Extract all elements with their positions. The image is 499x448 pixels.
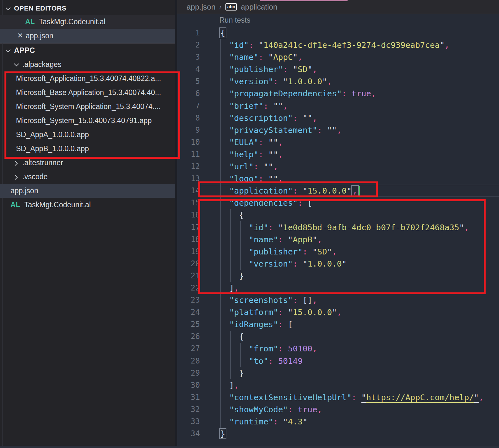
item-label: Microsoft_System Application_15.3.40074.… bbox=[16, 102, 161, 111]
code-token: " bbox=[283, 77, 288, 86]
editor-pane[interactable]: app.json › abc application Run tests 1{2… bbox=[177, 0, 499, 446]
code-line-8[interactable]: 8 "description": "", bbox=[177, 112, 499, 124]
code-line-6[interactable]: 6 "propagateDependencies": true, bbox=[177, 87, 499, 99]
code-line-16[interactable]: 16 { bbox=[177, 209, 499, 221]
code-token: "to" bbox=[219, 356, 268, 366]
breadcrumb-symbol[interactable]: application bbox=[241, 3, 277, 11]
code-line-33[interactable]: 33 "runtime": "4.3" bbox=[177, 415, 499, 428]
code-line-28[interactable]: 28 "to": 50149 bbox=[177, 355, 499, 367]
line-number: 5 bbox=[177, 75, 200, 87]
code-line-2[interactable]: 2 "id": "140a241c-df1e-4ef3-9274-dc939ea… bbox=[177, 39, 499, 51]
code-line-18[interactable]: 18 "name": "AppB", bbox=[177, 233, 499, 246]
line-number: 7 bbox=[177, 100, 200, 112]
code-token: : bbox=[283, 64, 293, 74]
code-line-19[interactable]: 19 "publisher": "SD", bbox=[177, 246, 499, 258]
code-line-24[interactable]: 24 "platform": "15.0.0.0", bbox=[177, 306, 499, 318]
code-line-21[interactable]: 21 } bbox=[177, 270, 499, 282]
code-line-31[interactable]: 31 "contextSensitiveHelpUrl": "https://A… bbox=[177, 391, 499, 403]
code-line-1[interactable]: 1{ bbox=[177, 27, 499, 39]
tree-item-vscode[interactable]: .vscode bbox=[0, 170, 175, 184]
code-line-13[interactable]: 13 "logo": "", bbox=[177, 173, 499, 185]
line-content: ], bbox=[200, 379, 239, 391]
code-token: : bbox=[253, 162, 263, 171]
code-line-30[interactable]: 30 ], bbox=[177, 379, 499, 391]
code-line-12[interactable]: 12 "url": "", bbox=[177, 160, 499, 173]
tree-item-microsoft-application-15-3-40074-40822-a[interactable]: Microsoft_Application_15.3.40074.40822.a… bbox=[0, 71, 175, 85]
code-line-27[interactable]: 27 "from": 50100, bbox=[177, 342, 499, 355]
code-token: " bbox=[312, 235, 317, 244]
code-line-23[interactable]: 23 "screenshots": [], bbox=[177, 294, 499, 306]
code-line-25[interactable]: 25 "idRanges": [ bbox=[177, 318, 499, 330]
code-token: "runtime" bbox=[219, 417, 273, 426]
project-root-header[interactable]: APPC bbox=[0, 43, 175, 57]
chevron-down-icon bbox=[14, 61, 19, 66]
code-line-22[interactable]: 22 ], bbox=[177, 282, 499, 294]
tree-item-alpackages[interactable]: .alpackages bbox=[0, 57, 175, 71]
code-line-15[interactable]: 15 "dependencies": [ bbox=[177, 197, 499, 209]
open-editors-header[interactable]: OPEN EDITORS bbox=[0, 2, 175, 15]
chevron-down-icon bbox=[6, 48, 11, 53]
line-content: "publisher": "SD", bbox=[200, 246, 337, 258]
code-token: : bbox=[293, 113, 303, 123]
code-token: " bbox=[474, 393, 479, 402]
line-content: "showMyCode": true, bbox=[200, 403, 322, 415]
code-token: : bbox=[278, 307, 288, 317]
code-line-4[interactable]: 4 "publisher": "SD", bbox=[177, 63, 499, 75]
line-content: "publisher": "SD", bbox=[200, 63, 317, 75]
code-line-10[interactable]: 10 "EULA": "", bbox=[177, 136, 499, 148]
run-tests-codelens[interactable]: Run tests bbox=[219, 16, 250, 25]
code-line-32[interactable]: 32 "showMyCode": true, bbox=[177, 403, 499, 415]
code-line-29[interactable]: 29 } bbox=[177, 367, 499, 379]
code-token: , bbox=[312, 295, 317, 305]
code-token: { bbox=[219, 210, 244, 220]
tree-item-altestrunner[interactable]: .altestrunner bbox=[0, 156, 175, 170]
code-token: 1.0.0.0 bbox=[288, 77, 322, 86]
code-token: : bbox=[259, 150, 268, 159]
line-content: "description": "", bbox=[200, 112, 317, 124]
code-token: , bbox=[371, 89, 376, 98]
code-line-20[interactable]: 20 "version": "1.0.0.0" bbox=[177, 258, 499, 270]
code-line-11[interactable]: 11 "help": "", bbox=[177, 148, 499, 160]
chevron-right-icon bbox=[13, 161, 18, 166]
tree-item-microsoft-base-application-15-3-40074-40[interactable]: Microsoft_Base Application_15.3.40074.40… bbox=[0, 85, 175, 99]
item-label: .alpackages bbox=[22, 60, 62, 69]
tree-item-app-json[interactable]: app.json bbox=[0, 184, 175, 198]
code-token: "logo" bbox=[219, 174, 259, 183]
tree-item-taskmgt-codeunit-al[interactable]: ALTaskMgt.Codeunit.al bbox=[0, 198, 175, 212]
line-number: 14 bbox=[177, 185, 200, 197]
code-token: : bbox=[268, 356, 278, 366]
code-token: " bbox=[303, 259, 307, 268]
code-token: : bbox=[298, 198, 308, 208]
item-label: SD_AppA_1.0.0.0.app bbox=[16, 130, 89, 139]
tree-item-sd-appa-1-0-0-0-app[interactable]: SD_AppA_1.0.0.0.app bbox=[0, 128, 175, 142]
code-line-5[interactable]: 5 "version": "1.0.0.0", bbox=[177, 75, 499, 87]
code-line-3[interactable]: 3 "name": "AppC", bbox=[177, 51, 499, 63]
open-editor-app-json[interactable]: ✕app.json bbox=[0, 29, 175, 43]
code-token: , bbox=[278, 174, 283, 183]
al-file-icon: AL bbox=[25, 18, 35, 26]
line-number: 24 bbox=[177, 306, 200, 318]
code-line-14[interactable]: 14 "application": "15.0.0.0", bbox=[177, 185, 499, 197]
code-token: "privacyStatement" bbox=[219, 125, 317, 135]
tree-item-sd-appb-1-0-0-0-app[interactable]: SD_AppB_1.0.0.0.app bbox=[0, 142, 175, 156]
line-number: 17 bbox=[177, 221, 200, 233]
code-token: " bbox=[361, 393, 366, 402]
code-line-34[interactable]: 34} bbox=[177, 428, 499, 440]
tree-item-microsoft-system-15-0-40073-40791-app[interactable]: Microsoft_System_15.0.40073.40791.app bbox=[0, 114, 175, 128]
breadcrumb-file[interactable]: app.json bbox=[187, 3, 216, 11]
code-line-26[interactable]: 26 { bbox=[177, 330, 499, 342]
code-line-7[interactable]: 7 "brief": "", bbox=[177, 100, 499, 112]
vscode-window: OPEN EDITORS ALTaskMgt.Codeunit.al✕app.j… bbox=[0, 0, 499, 448]
code-token: "id" bbox=[219, 223, 268, 232]
open-editor-taskmgt-codeunit-al[interactable]: ALTaskMgt.Codeunit.al bbox=[0, 15, 175, 29]
code-line-17[interactable]: 17 "id": "1e0d85bd-9afb-4dc0-b07f-b702f2… bbox=[177, 221, 499, 233]
explorer-sidebar: OPEN EDITORS ALTaskMgt.Codeunit.al✕app.j… bbox=[0, 0, 175, 446]
tree-item-microsoft-system-application-15-3-40074[interactable]: Microsoft_System Application_15.3.40074.… bbox=[0, 99, 175, 114]
code-token: : bbox=[249, 40, 259, 50]
code-token: : bbox=[288, 405, 298, 414]
line-number: 21 bbox=[177, 270, 200, 282]
code-token: https://AppC.com/help/ bbox=[366, 393, 474, 402]
code-line-9[interactable]: 9 "privacyStatement": "", bbox=[177, 124, 499, 136]
code-area[interactable]: 1{2 "id": "140a241c-df1e-4ef3-9274-dc939… bbox=[177, 27, 499, 440]
code-token: : bbox=[259, 52, 268, 62]
